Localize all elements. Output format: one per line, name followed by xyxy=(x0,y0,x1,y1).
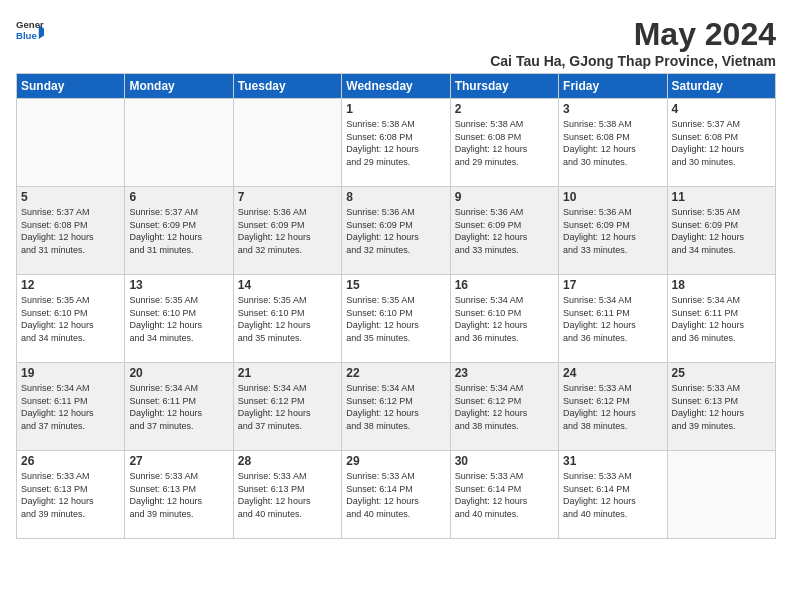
day-number: 12 xyxy=(21,278,120,292)
page-container: General Blue May 2024 Cai Tau Ha, GJong … xyxy=(16,16,776,539)
calendar-week-row: 12Sunrise: 5:35 AM Sunset: 6:10 PM Dayli… xyxy=(17,275,776,363)
day-number: 4 xyxy=(672,102,771,116)
day-info: Sunrise: 5:35 AM Sunset: 6:10 PM Dayligh… xyxy=(21,294,120,344)
table-row: 22Sunrise: 5:34 AM Sunset: 6:12 PM Dayli… xyxy=(342,363,450,451)
day-info: Sunrise: 5:34 AM Sunset: 6:11 PM Dayligh… xyxy=(563,294,662,344)
day-number: 28 xyxy=(238,454,337,468)
subtitle: Cai Tau Ha, GJong Thap Province, Vietnam xyxy=(490,53,776,69)
day-number: 16 xyxy=(455,278,554,292)
table-row: 9Sunrise: 5:36 AM Sunset: 6:09 PM Daylig… xyxy=(450,187,558,275)
day-info: Sunrise: 5:34 AM Sunset: 6:11 PM Dayligh… xyxy=(129,382,228,432)
day-number: 11 xyxy=(672,190,771,204)
table-row: 10Sunrise: 5:36 AM Sunset: 6:09 PM Dayli… xyxy=(559,187,667,275)
col-thursday: Thursday xyxy=(450,74,558,99)
day-info: Sunrise: 5:37 AM Sunset: 6:08 PM Dayligh… xyxy=(672,118,771,168)
col-monday: Monday xyxy=(125,74,233,99)
day-info: Sunrise: 5:36 AM Sunset: 6:09 PM Dayligh… xyxy=(346,206,445,256)
day-info: Sunrise: 5:34 AM Sunset: 6:11 PM Dayligh… xyxy=(21,382,120,432)
day-info: Sunrise: 5:34 AM Sunset: 6:12 PM Dayligh… xyxy=(455,382,554,432)
table-row: 29Sunrise: 5:33 AM Sunset: 6:14 PM Dayli… xyxy=(342,451,450,539)
col-wednesday: Wednesday xyxy=(342,74,450,99)
title-block: May 2024 Cai Tau Ha, GJong Thap Province… xyxy=(490,16,776,69)
calendar-week-row: 5Sunrise: 5:37 AM Sunset: 6:08 PM Daylig… xyxy=(17,187,776,275)
day-number: 1 xyxy=(346,102,445,116)
day-info: Sunrise: 5:38 AM Sunset: 6:08 PM Dayligh… xyxy=(563,118,662,168)
day-number: 25 xyxy=(672,366,771,380)
day-info: Sunrise: 5:35 AM Sunset: 6:10 PM Dayligh… xyxy=(346,294,445,344)
day-info: Sunrise: 5:33 AM Sunset: 6:13 PM Dayligh… xyxy=(238,470,337,520)
day-info: Sunrise: 5:33 AM Sunset: 6:14 PM Dayligh… xyxy=(563,470,662,520)
calendar-week-row: 26Sunrise: 5:33 AM Sunset: 6:13 PM Dayli… xyxy=(17,451,776,539)
table-row: 21Sunrise: 5:34 AM Sunset: 6:12 PM Dayli… xyxy=(233,363,341,451)
day-number: 10 xyxy=(563,190,662,204)
table-row: 11Sunrise: 5:35 AM Sunset: 6:09 PM Dayli… xyxy=(667,187,775,275)
logo-icon: General Blue xyxy=(16,16,44,46)
day-number: 19 xyxy=(21,366,120,380)
logo: General Blue xyxy=(16,16,48,46)
table-row: 27Sunrise: 5:33 AM Sunset: 6:13 PM Dayli… xyxy=(125,451,233,539)
table-row xyxy=(667,451,775,539)
table-row: 2Sunrise: 5:38 AM Sunset: 6:08 PM Daylig… xyxy=(450,99,558,187)
day-info: Sunrise: 5:36 AM Sunset: 6:09 PM Dayligh… xyxy=(238,206,337,256)
day-info: Sunrise: 5:35 AM Sunset: 6:09 PM Dayligh… xyxy=(672,206,771,256)
day-number: 6 xyxy=(129,190,228,204)
calendar-header-row: Sunday Monday Tuesday Wednesday Thursday… xyxy=(17,74,776,99)
day-number: 21 xyxy=(238,366,337,380)
day-number: 26 xyxy=(21,454,120,468)
col-tuesday: Tuesday xyxy=(233,74,341,99)
table-row: 15Sunrise: 5:35 AM Sunset: 6:10 PM Dayli… xyxy=(342,275,450,363)
day-info: Sunrise: 5:33 AM Sunset: 6:13 PM Dayligh… xyxy=(129,470,228,520)
table-row: 19Sunrise: 5:34 AM Sunset: 6:11 PM Dayli… xyxy=(17,363,125,451)
table-row: 16Sunrise: 5:34 AM Sunset: 6:10 PM Dayli… xyxy=(450,275,558,363)
day-number: 17 xyxy=(563,278,662,292)
table-row: 30Sunrise: 5:33 AM Sunset: 6:14 PM Dayli… xyxy=(450,451,558,539)
day-number: 5 xyxy=(21,190,120,204)
day-info: Sunrise: 5:33 AM Sunset: 6:13 PM Dayligh… xyxy=(672,382,771,432)
table-row: 14Sunrise: 5:35 AM Sunset: 6:10 PM Dayli… xyxy=(233,275,341,363)
table-row: 3Sunrise: 5:38 AM Sunset: 6:08 PM Daylig… xyxy=(559,99,667,187)
day-info: Sunrise: 5:33 AM Sunset: 6:14 PM Dayligh… xyxy=(346,470,445,520)
table-row: 25Sunrise: 5:33 AM Sunset: 6:13 PM Dayli… xyxy=(667,363,775,451)
day-info: Sunrise: 5:33 AM Sunset: 6:14 PM Dayligh… xyxy=(455,470,554,520)
day-info: Sunrise: 5:34 AM Sunset: 6:12 PM Dayligh… xyxy=(346,382,445,432)
day-info: Sunrise: 5:35 AM Sunset: 6:10 PM Dayligh… xyxy=(238,294,337,344)
table-row: 26Sunrise: 5:33 AM Sunset: 6:13 PM Dayli… xyxy=(17,451,125,539)
table-row xyxy=(233,99,341,187)
table-row: 1Sunrise: 5:38 AM Sunset: 6:08 PM Daylig… xyxy=(342,99,450,187)
day-info: Sunrise: 5:38 AM Sunset: 6:08 PM Dayligh… xyxy=(455,118,554,168)
table-row: 13Sunrise: 5:35 AM Sunset: 6:10 PM Dayli… xyxy=(125,275,233,363)
table-row: 24Sunrise: 5:33 AM Sunset: 6:12 PM Dayli… xyxy=(559,363,667,451)
table-row: 23Sunrise: 5:34 AM Sunset: 6:12 PM Dayli… xyxy=(450,363,558,451)
day-info: Sunrise: 5:35 AM Sunset: 6:10 PM Dayligh… xyxy=(129,294,228,344)
day-info: Sunrise: 5:33 AM Sunset: 6:12 PM Dayligh… xyxy=(563,382,662,432)
day-info: Sunrise: 5:38 AM Sunset: 6:08 PM Dayligh… xyxy=(346,118,445,168)
col-friday: Friday xyxy=(559,74,667,99)
day-info: Sunrise: 5:34 AM Sunset: 6:10 PM Dayligh… xyxy=(455,294,554,344)
day-info: Sunrise: 5:37 AM Sunset: 6:09 PM Dayligh… xyxy=(129,206,228,256)
day-number: 18 xyxy=(672,278,771,292)
day-number: 9 xyxy=(455,190,554,204)
header: General Blue May 2024 Cai Tau Ha, GJong … xyxy=(16,16,776,69)
day-number: 8 xyxy=(346,190,445,204)
day-info: Sunrise: 5:34 AM Sunset: 6:12 PM Dayligh… xyxy=(238,382,337,432)
table-row: 4Sunrise: 5:37 AM Sunset: 6:08 PM Daylig… xyxy=(667,99,775,187)
day-number: 29 xyxy=(346,454,445,468)
day-number: 13 xyxy=(129,278,228,292)
day-number: 24 xyxy=(563,366,662,380)
table-row: 28Sunrise: 5:33 AM Sunset: 6:13 PM Dayli… xyxy=(233,451,341,539)
col-saturday: Saturday xyxy=(667,74,775,99)
day-number: 30 xyxy=(455,454,554,468)
day-number: 20 xyxy=(129,366,228,380)
col-sunday: Sunday xyxy=(17,74,125,99)
table-row: 17Sunrise: 5:34 AM Sunset: 6:11 PM Dayli… xyxy=(559,275,667,363)
month-title: May 2024 xyxy=(490,16,776,53)
day-number: 2 xyxy=(455,102,554,116)
day-info: Sunrise: 5:34 AM Sunset: 6:11 PM Dayligh… xyxy=(672,294,771,344)
day-number: 7 xyxy=(238,190,337,204)
table-row xyxy=(17,99,125,187)
day-info: Sunrise: 5:33 AM Sunset: 6:13 PM Dayligh… xyxy=(21,470,120,520)
day-info: Sunrise: 5:36 AM Sunset: 6:09 PM Dayligh… xyxy=(563,206,662,256)
table-row: 12Sunrise: 5:35 AM Sunset: 6:10 PM Dayli… xyxy=(17,275,125,363)
svg-text:Blue: Blue xyxy=(16,30,37,41)
table-row xyxy=(125,99,233,187)
